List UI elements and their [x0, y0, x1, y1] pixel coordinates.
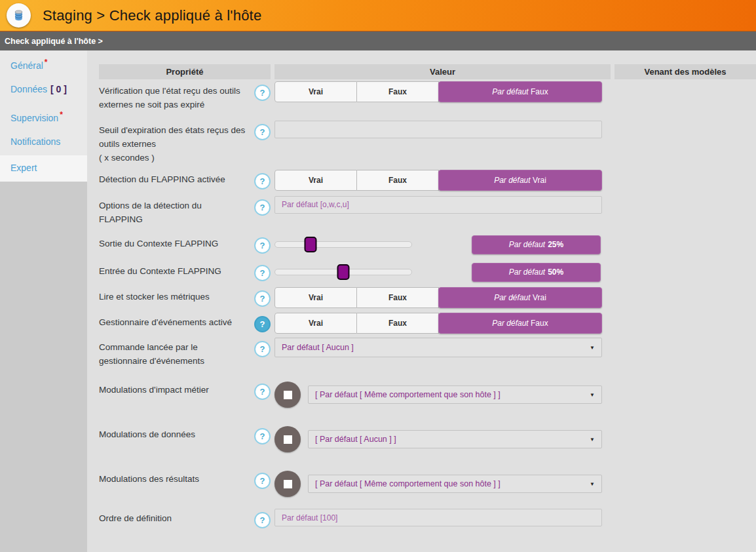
help-icon[interactable]: ?	[254, 384, 271, 400]
help-icon[interactable]: ?	[254, 316, 271, 332]
flapping-low-threshold-slider[interactable]	[274, 241, 412, 248]
required-marker: *	[60, 110, 63, 119]
help-icon[interactable]: ?	[254, 85, 271, 101]
false-button[interactable]: Faux	[357, 81, 439, 102]
value-cell: Par défaut [ Aucun ] ▼	[274, 338, 611, 368]
true-button[interactable]: Vrai	[274, 287, 357, 308]
help-icon[interactable]: ?	[254, 473, 271, 489]
value-cell: [ Par défaut [ Même comportement que son…	[274, 380, 611, 409]
default-button[interactable]: Par défaut Faux	[438, 313, 602, 334]
table-row: Seuil d'expiration des états reçus des o…	[99, 121, 756, 165]
property-label: Vérification que l'état reçu des outils …	[99, 85, 254, 112]
event-handler-command-select[interactable]: Par défaut [ Aucun ] ▼	[274, 338, 602, 357]
business-impact-modulation-select[interactable]: [ Par défaut [ Même comportement que son…	[308, 385, 602, 404]
default-prefix: Par défaut	[492, 319, 528, 328]
data-modulation-select[interactable]: [ Par défaut [ Aucun ] ] ▼	[308, 430, 602, 448]
slider-handle[interactable]	[305, 237, 317, 252]
property-label: Commande lancée par le gestionnaire d'év…	[99, 341, 254, 368]
inherited-value-cell	[614, 121, 756, 165]
property-cell: Ordre de définition ?	[99, 509, 271, 528]
breadcrumb[interactable]: Check appliqué à l'hôte >	[0, 31, 756, 50]
help-icon[interactable]: ?	[254, 199, 271, 216]
true-button[interactable]: Vrai	[274, 170, 357, 191]
property-label: Options de la détection du FLAPPING	[99, 199, 254, 227]
property-cell: Lire et stocker les métriques ?	[99, 287, 271, 308]
database-icon	[7, 3, 31, 28]
value-cell: Vrai Faux Par défaut Faux	[274, 313, 611, 334]
property-cell: Modulations des résultats ?	[99, 469, 271, 498]
column-header-valeur: Valeur	[274, 64, 611, 79]
definition-order-input[interactable]	[274, 509, 602, 526]
column-header-venant: Venant des modèles	[614, 64, 756, 79]
value-cell: Vrai Faux Par défaut Faux	[274, 81, 611, 112]
help-icon[interactable]: ?	[254, 290, 271, 307]
page-title: Staging > Check appliqué à l'hôte	[43, 7, 261, 24]
default-button[interactable]: Par défaut25%	[472, 235, 601, 254]
sidebar-item-general[interactable]: Général*	[0, 50, 87, 77]
expiration-threshold-input[interactable]	[274, 121, 602, 138]
property-cell: Sortie du Contexte FLAPPING ?	[99, 234, 271, 255]
tristate-group: Vrai Faux Par défaut Vrai	[274, 287, 602, 308]
square-icon	[284, 391, 292, 399]
property-cell: Seuil d'expiration des états reçus des o…	[99, 121, 271, 165]
help-icon[interactable]: ?	[254, 173, 271, 189]
value-cell: Par défaut50%	[274, 262, 611, 283]
value-cell	[274, 196, 611, 227]
sidebar-item-expert[interactable]: Expert	[0, 155, 87, 182]
property-label: Modulations des résultats	[99, 473, 254, 486]
help-icon[interactable]: ?	[254, 341, 271, 357]
property-label: Lire et stocker les métriques	[99, 290, 254, 304]
property-label: Seuil d'expiration des états reçus des o…	[99, 124, 254, 165]
help-icon[interactable]: ?	[254, 428, 271, 444]
table-row: Modulations des résultats ? [ Par défaut…	[99, 469, 756, 498]
sidebar-item-label: Expert	[10, 163, 37, 173]
clear-selection-button[interactable]	[274, 382, 301, 408]
flapping-options-input[interactable]	[274, 196, 602, 214]
default-button[interactable]: Par défaut Faux	[438, 81, 602, 102]
default-button[interactable]: Par défaut Vrai	[438, 170, 602, 191]
slider-handle[interactable]	[337, 264, 350, 280]
flapping-high-threshold-slider[interactable]	[274, 269, 412, 275]
default-prefix: Par défaut	[509, 267, 545, 277]
property-cell: Détection du FLAPPING activée ?	[99, 170, 271, 191]
value-cell	[274, 509, 611, 528]
sidebar-item-notifications[interactable]: Notifications	[0, 129, 87, 155]
help-icon[interactable]: ?	[254, 265, 271, 281]
inherited-value-cell	[614, 287, 756, 308]
property-label: Entrée du Contexte FLAPPING	[99, 265, 254, 279]
property-label: Modulations d'impact métier	[99, 384, 254, 397]
default-button[interactable]: Par défaut Vrai	[438, 287, 602, 308]
false-button[interactable]: Faux	[357, 170, 439, 191]
value-cell: [ Par défaut [ Aucun ] ] ▼	[274, 425, 611, 454]
table-row: Ordre de définition ?	[99, 509, 756, 528]
table-row: Entrée du Contexte FLAPPING ? Par défaut…	[99, 262, 756, 283]
true-button[interactable]: Vrai	[274, 313, 357, 334]
inherited-value-cell	[614, 338, 756, 368]
chevron-down-icon: ▼	[590, 437, 595, 443]
inherited-value-cell	[614, 170, 756, 191]
property-cell: Entrée du Contexte FLAPPING ?	[99, 262, 271, 283]
sidebar-item-supervision[interactable]: Supervision*	[0, 103, 87, 129]
clear-selection-button[interactable]	[274, 426, 301, 452]
property-cell: Modulations d'impact métier ?	[99, 380, 271, 409]
chevron-down-icon: ▼	[590, 392, 595, 398]
table-row: Gestionnaire d'événements activé ? Vrai …	[99, 313, 756, 334]
help-icon[interactable]: ?	[254, 512, 271, 528]
property-label: Ordre de définition	[99, 512, 254, 526]
table-row: Détection du FLAPPING activée ? Vrai Fau…	[99, 170, 756, 191]
true-button[interactable]: Vrai	[274, 81, 357, 102]
help-icon[interactable]: ?	[254, 237, 271, 254]
help-icon[interactable]: ?	[254, 124, 271, 140]
value-cell: Vrai Faux Par défaut Vrai	[274, 287, 611, 308]
clear-selection-button[interactable]	[274, 471, 301, 497]
false-button[interactable]: Faux	[357, 287, 439, 308]
default-button[interactable]: Par défaut50%	[472, 263, 601, 282]
inherited-value-cell	[614, 313, 756, 334]
result-modulation-select[interactable]: [ Par défaut [ Même comportement que son…	[308, 475, 602, 493]
inherited-value-cell	[614, 469, 756, 498]
inherited-value-cell	[614, 234, 756, 255]
select-value: [ Par défaut [ Même comportement que son…	[315, 479, 590, 488]
false-button[interactable]: Faux	[357, 313, 439, 334]
sidebar-item-donnees[interactable]: Données[ 0 ]	[0, 77, 87, 103]
table-row: Lire et stocker les métriques ? Vrai Fau…	[99, 287, 756, 308]
